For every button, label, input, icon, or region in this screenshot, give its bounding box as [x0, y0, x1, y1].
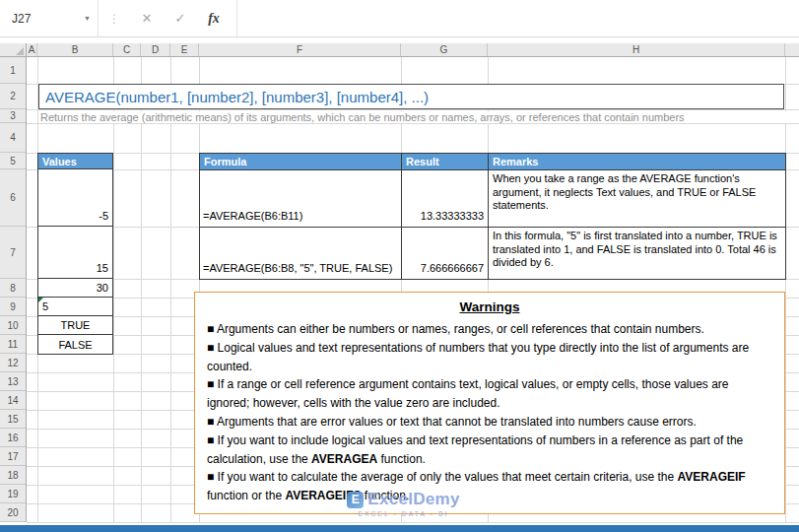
cell-value: TRUE — [61, 319, 91, 331]
cell-value: FALSE — [58, 339, 92, 351]
gridline — [27, 109, 799, 110]
row-header-10[interactable]: 10 — [0, 316, 26, 335]
row-header-18[interactable]: 18 — [0, 466, 26, 485]
exceldemy-name: ExcelDemy — [367, 490, 459, 509]
warning-bullet: ■ If you want to calculate the average o… — [207, 468, 774, 505]
remarks-column-header[interactable]: Remarks — [489, 154, 786, 170]
cell-B10[interactable]: TRUE — [38, 316, 112, 335]
row-header-11[interactable]: 11 — [0, 335, 26, 354]
cell-B11[interactable]: FALSE — [38, 335, 112, 354]
row-header-3[interactable]: 3 — [0, 109, 26, 123]
column-header-D[interactable]: D — [141, 43, 170, 56]
warning-bullet: ■ Arguments can either be numbers or nam… — [207, 320, 774, 339]
gridline — [27, 123, 799, 124]
column-header-B[interactable]: B — [37, 43, 113, 56]
column-header-F[interactable]: F — [199, 43, 401, 56]
result-column-header[interactable]: Result — [402, 154, 489, 170]
row-header-1[interactable]: 1 — [0, 57, 26, 84]
function-title: AVERAGE(number1, [number2], [number3], [… — [45, 89, 429, 105]
cell-value: -5 — [99, 210, 108, 222]
column-headers: ABCDEFGH — [27, 43, 799, 57]
name-box-value: J27 — [12, 12, 31, 26]
error-indicator-icon — [38, 298, 43, 302]
row-header-14[interactable]: 14 — [0, 391, 26, 410]
warning-bullet: ■ If a range or cell reference argument … — [207, 375, 774, 413]
row-header-2[interactable]: 2 — [0, 84, 26, 109]
function-description[interactable]: Returns the average (arithmetic means) o… — [40, 111, 789, 123]
warning-bullet: ■ Logical values and text representation… — [207, 339, 774, 376]
cell-value: 30 — [97, 282, 108, 294]
warnings-title: Warnings — [195, 299, 784, 314]
name-box[interactable]: J27 ▼ — [0, 0, 99, 36]
enter-icon[interactable]: ✓ — [164, 11, 197, 26]
column-header-A[interactable]: A — [27, 43, 37, 56]
formula-cell-1[interactable]: =AVERAGE(B6:B11) — [200, 170, 402, 228]
row-header-12[interactable]: 12 — [0, 354, 26, 372]
cell-B8[interactable]: 30 — [38, 279, 112, 298]
formula-bar-handle-icon: ⋮ — [99, 12, 130, 26]
exceldemy-watermark: E ExcelDemy EXCEL - DATA - BI — [322, 490, 485, 517]
row-header-7[interactable]: 7 — [0, 227, 26, 279]
row-header-9[interactable]: 9 — [0, 298, 26, 316]
result-cell-2[interactable]: 7.666666667 — [402, 228, 489, 280]
formula-bar: J27 ▼ ⋮ ✕ ✓ fx — [0, 0, 799, 37]
column-header-C[interactable]: C — [113, 43, 141, 56]
cell-value: 15 — [97, 262, 108, 274]
function-title-box[interactable]: AVERAGE(number1, [number2], [number3], [… — [38, 84, 784, 109]
cell-B7[interactable]: 15 — [38, 227, 112, 279]
exceldemy-logo-icon: E — [347, 492, 364, 508]
column-header-E[interactable]: E — [170, 43, 199, 56]
gridline — [141, 57, 142, 522]
values-table-header[interactable]: Values — [38, 154, 112, 169]
bottom-accent-bar — [0, 525, 799, 532]
cancel-icon[interactable]: ✕ — [130, 11, 164, 26]
values-table: Values -5 15 30 5 TRUE FALSE — [37, 153, 113, 355]
column-header-G[interactable]: G — [401, 43, 488, 56]
remarks-cell-2[interactable]: In this formula, "5" is first translated… — [489, 228, 786, 280]
remarks-cell-1[interactable]: When you take a range as the AVERAGE fun… — [489, 170, 786, 228]
cell-B9[interactable]: 5 — [38, 298, 112, 316]
gridline — [27, 522, 799, 523]
name-box-dropdown-icon[interactable]: ▼ — [84, 15, 91, 22]
column-header-H[interactable]: H — [488, 43, 785, 56]
formula-input[interactable] — [236, 0, 799, 36]
formula-cell-2[interactable]: =AVERAGE(B6:B8, "5", TRUE, FALSE) — [200, 228, 402, 280]
row-header-16[interactable]: 16 — [0, 429, 26, 447]
gridline — [785, 57, 786, 522]
row-header-6[interactable]: 6 — [0, 169, 26, 227]
excel-window: J27 ▼ ⋮ ✕ ✓ fx ABCDEFGH 1234567891011121… — [0, 0, 799, 532]
gridline — [170, 57, 171, 522]
formula-table: Formula Result Remarks =AVERAGE(B6:B11) … — [199, 153, 786, 280]
row-headers: 1234567891011121314151617181920 — [0, 57, 27, 522]
result-cell-1[interactable]: 13.33333333 — [402, 170, 489, 228]
cell-B6[interactable]: -5 — [38, 169, 112, 227]
row-header-19[interactable]: 19 — [0, 485, 26, 503]
row-header-4[interactable]: 4 — [0, 123, 26, 153]
exceldemy-tagline: EXCEL - DATA - BI — [358, 510, 448, 517]
row-header-15[interactable]: 15 — [0, 410, 26, 429]
warnings-list: ■ Arguments can either be numbers or nam… — [195, 314, 784, 505]
row-header-20[interactable]: 20 — [0, 503, 26, 522]
formula-column-header[interactable]: Formula — [200, 154, 402, 170]
warning-bullet: ■ If you want to include logical values … — [207, 432, 774, 469]
row-header-8[interactable]: 8 — [0, 279, 26, 298]
row-header-17[interactable]: 17 — [0, 447, 26, 466]
gridline — [113, 57, 114, 522]
row-header-13[interactable]: 13 — [0, 372, 26, 391]
warnings-box[interactable]: Warnings ■ Arguments can either be numbe… — [194, 292, 785, 514]
row-header-5[interactable]: 5 — [0, 153, 26, 169]
warning-bullet: ■ Arguments that are error values or tex… — [207, 413, 774, 432]
select-all-corner[interactable] — [0, 43, 27, 57]
insert-function-icon[interactable]: fx — [197, 11, 231, 27]
